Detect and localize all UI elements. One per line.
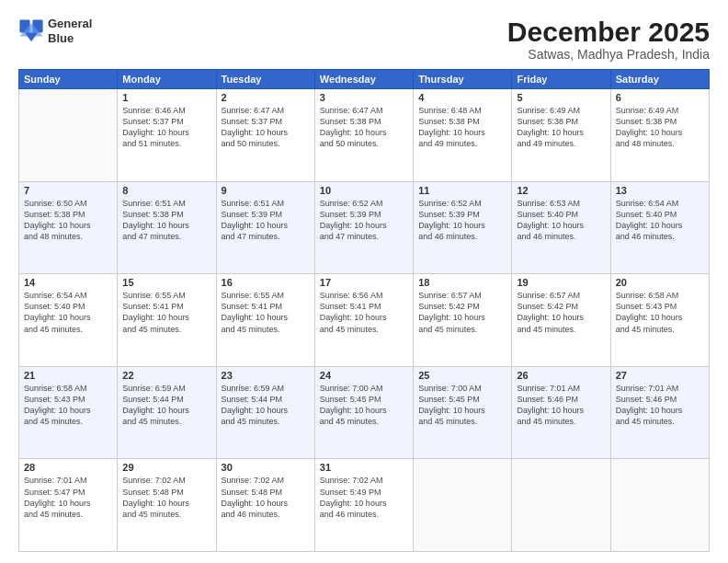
svg-marker-3 (25, 32, 38, 41)
day-number: 21 (24, 370, 112, 381)
calendar-header-cell: Saturday (610, 70, 709, 89)
calendar-header-cell: Wednesday (314, 70, 413, 89)
day-number: 8 (122, 185, 210, 196)
calendar-header-cell: Monday (118, 70, 216, 89)
logo-icon (18, 18, 44, 44)
day-info: Sunrise: 6:58 AM Sunset: 5:43 PM Dayligh… (616, 290, 704, 335)
day-info: Sunrise: 6:58 AM Sunset: 5:43 PM Dayligh… (24, 383, 112, 428)
calendar-day-cell: 2Sunrise: 6:47 AM Sunset: 5:37 PM Daylig… (216, 89, 314, 182)
day-number: 19 (517, 277, 605, 288)
calendar-day-cell: 30Sunrise: 7:02 AM Sunset: 5:48 PM Dayli… (216, 459, 314, 552)
day-info: Sunrise: 6:57 AM Sunset: 5:42 PM Dayligh… (517, 290, 605, 335)
day-number: 23 (222, 370, 310, 381)
day-number: 28 (24, 462, 112, 473)
calendar-day-cell: 23Sunrise: 6:59 AM Sunset: 5:44 PM Dayli… (216, 366, 314, 459)
day-number: 26 (517, 370, 605, 381)
day-number: 22 (122, 370, 210, 381)
calendar-day-cell (19, 89, 118, 182)
day-info: Sunrise: 6:50 AM Sunset: 5:38 PM Dayligh… (24, 198, 112, 243)
day-info: Sunrise: 7:01 AM Sunset: 5:47 PM Dayligh… (24, 475, 112, 520)
day-info: Sunrise: 6:54 AM Sunset: 5:40 PM Dayligh… (616, 198, 704, 243)
day-info: Sunrise: 6:49 AM Sunset: 5:38 PM Dayligh… (616, 105, 704, 150)
calendar-week-row: 21Sunrise: 6:58 AM Sunset: 5:43 PM Dayli… (19, 366, 710, 459)
calendar-header-cell: Tuesday (216, 70, 314, 89)
day-info: Sunrise: 6:51 AM Sunset: 5:39 PM Dayligh… (222, 198, 310, 243)
calendar-day-cell: 16Sunrise: 6:55 AM Sunset: 5:41 PM Dayli… (216, 274, 314, 367)
calendar-day-cell: 25Sunrise: 7:00 AM Sunset: 5:45 PM Dayli… (414, 366, 512, 459)
calendar-header-cell: Sunday (19, 70, 118, 89)
day-info: Sunrise: 7:00 AM Sunset: 5:45 PM Dayligh… (418, 383, 506, 428)
day-info: Sunrise: 7:02 AM Sunset: 5:48 PM Dayligh… (222, 475, 310, 520)
calendar-week-row: 28Sunrise: 7:01 AM Sunset: 5:47 PM Dayli… (19, 459, 710, 552)
day-info: Sunrise: 7:02 AM Sunset: 5:48 PM Dayligh… (122, 475, 210, 520)
day-number: 3 (320, 92, 408, 103)
calendar-day-cell: 8Sunrise: 6:51 AM Sunset: 5:38 PM Daylig… (118, 181, 216, 274)
day-number: 15 (122, 277, 210, 288)
calendar-day-cell (414, 459, 512, 552)
day-info: Sunrise: 7:02 AM Sunset: 5:49 PM Dayligh… (320, 475, 408, 520)
calendar-day-cell: 7Sunrise: 6:50 AM Sunset: 5:38 PM Daylig… (19, 181, 118, 274)
day-number: 25 (418, 370, 506, 381)
day-number: 12 (517, 185, 605, 196)
day-number: 31 (320, 462, 408, 473)
calendar-day-cell: 10Sunrise: 6:52 AM Sunset: 5:39 PM Dayli… (314, 181, 413, 274)
calendar-day-cell: 15Sunrise: 6:55 AM Sunset: 5:41 PM Dayli… (118, 274, 216, 367)
day-info: Sunrise: 6:55 AM Sunset: 5:41 PM Dayligh… (222, 290, 310, 335)
calendar-day-cell: 11Sunrise: 6:52 AM Sunset: 5:39 PM Dayli… (414, 181, 512, 274)
calendar-week-row: 14Sunrise: 6:54 AM Sunset: 5:40 PM Dayli… (19, 274, 710, 367)
day-number: 16 (222, 277, 310, 288)
calendar-day-cell: 18Sunrise: 6:57 AM Sunset: 5:42 PM Dayli… (414, 274, 512, 367)
calendar-day-cell: 28Sunrise: 7:01 AM Sunset: 5:47 PM Dayli… (19, 459, 118, 552)
calendar-day-cell: 22Sunrise: 6:59 AM Sunset: 5:44 PM Dayli… (118, 366, 216, 459)
day-info: Sunrise: 6:52 AM Sunset: 5:39 PM Dayligh… (418, 198, 506, 243)
day-info: Sunrise: 6:55 AM Sunset: 5:41 PM Dayligh… (122, 290, 210, 335)
day-info: Sunrise: 6:51 AM Sunset: 5:38 PM Dayligh… (122, 198, 210, 243)
day-info: Sunrise: 6:52 AM Sunset: 5:39 PM Dayligh… (320, 198, 408, 243)
calendar-title: December 2025 (507, 17, 710, 47)
day-number: 5 (517, 92, 605, 103)
title-block: December 2025 Satwas, Madhya Pradesh, In… (507, 17, 710, 62)
calendar-day-cell: 21Sunrise: 6:58 AM Sunset: 5:43 PM Dayli… (19, 366, 118, 459)
day-info: Sunrise: 6:54 AM Sunset: 5:40 PM Dayligh… (24, 290, 112, 335)
calendar-day-cell: 24Sunrise: 7:00 AM Sunset: 5:45 PM Dayli… (314, 366, 413, 459)
calendar-day-cell: 27Sunrise: 7:01 AM Sunset: 5:46 PM Dayli… (610, 366, 709, 459)
calendar-week-row: 7Sunrise: 6:50 AM Sunset: 5:38 PM Daylig… (19, 181, 710, 274)
calendar-body: 1Sunrise: 6:46 AM Sunset: 5:37 PM Daylig… (19, 89, 710, 552)
calendar-day-cell: 12Sunrise: 6:53 AM Sunset: 5:40 PM Dayli… (512, 181, 610, 274)
calendar-day-cell: 17Sunrise: 6:56 AM Sunset: 5:41 PM Dayli… (314, 274, 413, 367)
calendar-day-cell: 14Sunrise: 6:54 AM Sunset: 5:40 PM Dayli… (19, 274, 118, 367)
calendar-subtitle: Satwas, Madhya Pradesh, India (507, 47, 710, 62)
calendar-day-cell: 26Sunrise: 7:01 AM Sunset: 5:46 PM Dayli… (512, 366, 610, 459)
calendar-header-cell: Thursday (414, 70, 512, 89)
calendar-day-cell: 29Sunrise: 7:02 AM Sunset: 5:48 PM Dayli… (118, 459, 216, 552)
day-number: 10 (320, 185, 408, 196)
calendar-day-cell: 20Sunrise: 6:58 AM Sunset: 5:43 PM Dayli… (610, 274, 709, 367)
calendar-table: SundayMondayTuesdayWednesdayThursdayFrid… (18, 69, 710, 552)
day-number: 9 (222, 185, 310, 196)
header: General Blue December 2025 Satwas, Madhy… (18, 17, 710, 62)
calendar-day-cell: 31Sunrise: 7:02 AM Sunset: 5:49 PM Dayli… (314, 459, 413, 552)
day-info: Sunrise: 6:49 AM Sunset: 5:38 PM Dayligh… (517, 105, 605, 150)
calendar-day-cell (512, 459, 610, 552)
calendar-day-cell: 19Sunrise: 6:57 AM Sunset: 5:42 PM Dayli… (512, 274, 610, 367)
logo-text: General Blue (48, 17, 92, 45)
day-info: Sunrise: 7:01 AM Sunset: 5:46 PM Dayligh… (517, 383, 605, 428)
day-number: 1 (122, 92, 210, 103)
day-number: 7 (24, 185, 112, 196)
day-number: 14 (24, 277, 112, 288)
day-info: Sunrise: 6:47 AM Sunset: 5:37 PM Dayligh… (222, 105, 310, 150)
calendar-day-cell: 9Sunrise: 6:51 AM Sunset: 5:39 PM Daylig… (216, 181, 314, 274)
day-number: 11 (418, 185, 506, 196)
day-number: 24 (320, 370, 408, 381)
day-number: 2 (222, 92, 310, 103)
day-info: Sunrise: 6:59 AM Sunset: 5:44 PM Dayligh… (122, 383, 210, 428)
calendar-day-cell: 6Sunrise: 6:49 AM Sunset: 5:38 PM Daylig… (610, 89, 709, 182)
day-info: Sunrise: 6:46 AM Sunset: 5:37 PM Dayligh… (122, 105, 210, 150)
calendar-day-cell: 13Sunrise: 6:54 AM Sunset: 5:40 PM Dayli… (610, 181, 709, 274)
page: General Blue December 2025 Satwas, Madhy… (0, 0, 728, 563)
day-number: 20 (616, 277, 704, 288)
calendar-header-cell: Friday (512, 70, 610, 89)
day-number: 18 (418, 277, 506, 288)
day-info: Sunrise: 7:00 AM Sunset: 5:45 PM Dayligh… (320, 383, 408, 428)
day-info: Sunrise: 6:53 AM Sunset: 5:40 PM Dayligh… (517, 198, 605, 243)
